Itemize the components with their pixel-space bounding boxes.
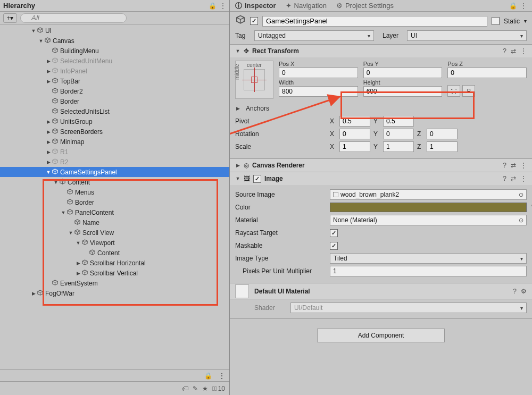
tree-item[interactable]: ▼PanelContent	[0, 207, 229, 217]
width-input[interactable]	[279, 86, 358, 97]
tree-item[interactable]: Border	[0, 96, 229, 106]
expand-toggle[interactable]: ▶	[46, 129, 51, 135]
tree-item[interactable]: ▶UnitsGroup	[0, 116, 229, 127]
scale-x-input[interactable]	[339, 141, 370, 152]
gear-icon[interactable]: ⚙	[521, 288, 527, 295]
expand-toggle[interactable]: ▶	[235, 163, 240, 168]
menu-icon[interactable]: ⋮	[220, 2, 226, 10]
expand-toggle[interactable]: ▶	[46, 139, 51, 145]
scale-z-input[interactable]	[427, 141, 458, 152]
menu-icon[interactable]: ⋮	[520, 2, 527, 10]
expand-toggle[interactable]: ▶	[46, 79, 51, 84]
expand-toggle[interactable]: ▶	[46, 149, 51, 155]
pivot-y-input[interactable]	[383, 116, 414, 127]
expand-toggle[interactable]: ▶	[46, 119, 51, 124]
menu-icon[interactable]: ⋮	[219, 372, 225, 380]
tree-item[interactable]: ▶ScreenBorders	[0, 127, 229, 137]
preset-icon[interactable]: ⇄	[511, 47, 516, 55]
tag-dropdown[interactable]: Untagged	[254, 30, 374, 41]
tree-item[interactable]: Menus	[0, 187, 229, 197]
blueprint-mode-button[interactable]: ⛶	[447, 85, 460, 97]
tab-inspector[interactable]: ⓘ Inspector	[235, 1, 276, 11]
add-component-button[interactable]: Add Component	[317, 329, 445, 342]
lock-icon[interactable]: 🔒	[209, 2, 217, 10]
preset-icon[interactable]: ⇄	[511, 162, 516, 169]
color-field[interactable]	[330, 203, 527, 212]
tree-item[interactable]: EventSystem	[0, 278, 229, 288]
height-input[interactable]	[363, 86, 443, 97]
help-icon[interactable]: ?	[513, 288, 517, 295]
expand-toggle[interactable]: ▶	[76, 260, 81, 266]
tag-icon[interactable]: 🏷	[182, 385, 188, 392]
expand-toggle[interactable]: ▼	[46, 170, 51, 175]
posy-input[interactable]	[363, 68, 443, 78]
tree-item[interactable]: Name	[0, 217, 229, 228]
star-icon[interactable]: ★	[202, 385, 208, 392]
tree-item[interactable]: ▶InfoPanel	[0, 66, 229, 76]
tab-project-settings[interactable]: ⚙ Project Settings	[336, 2, 394, 10]
tree-item[interactable]: Border2	[0, 86, 229, 96]
hierarchy-tree[interactable]: ▼UI ▼Canvas BuildingMenu ▶SelectedUnitMe…	[0, 24, 229, 369]
tree-item-game-settings-panel[interactable]: ▼GameSettingsPanel	[0, 167, 229, 177]
tree-item[interactable]: Border	[0, 197, 229, 207]
tree-item[interactable]: ▼Scroll View	[0, 228, 229, 238]
menu-icon[interactable]: ⋮	[520, 162, 527, 169]
hidden-icon[interactable]: 👁̸	[212, 385, 217, 392]
posz-input[interactable]	[447, 68, 527, 78]
scale-y-input[interactable]	[383, 141, 414, 152]
raw-mode-button[interactable]: R	[462, 85, 475, 97]
tree-item[interactable]: ▶TopBar	[0, 76, 229, 86]
tree-item[interactable]: BuildingMenu	[0, 46, 229, 56]
expand-toggle[interactable]: ▶	[235, 106, 240, 111]
menu-icon[interactable]: ⋮	[520, 175, 527, 182]
tree-item[interactable]: ▶SelectedUnitMenu	[0, 56, 229, 66]
expand-toggle[interactable]: ▶	[31, 291, 36, 296]
image-enabled-checkbox[interactable]	[253, 175, 261, 183]
create-button[interactable]: +▾	[3, 13, 17, 23]
expand-toggle[interactable]: ▼	[235, 48, 240, 54]
tree-item-canvas[interactable]: ▼Canvas	[0, 36, 229, 46]
tree-item[interactable]: ▼Content	[0, 177, 229, 187]
help-icon[interactable]: ?	[503, 162, 506, 169]
material-field[interactable]: None (Material)	[330, 215, 527, 225]
static-dropdown-arrow[interactable]: ▾	[524, 18, 527, 24]
menu-icon[interactable]: ⋮	[520, 47, 527, 55]
expand-toggle[interactable]: ▼	[68, 230, 73, 236]
hierarchy-search-input[interactable]	[20, 13, 127, 23]
lock-icon[interactable]: 🔒	[509, 2, 517, 10]
rot-x-input[interactable]	[339, 129, 370, 139]
expand-toggle[interactable]: ▶	[46, 159, 51, 165]
expand-toggle[interactable]: ▶	[76, 271, 81, 276]
tree-item[interactable]: SelectedUnitsList	[0, 106, 229, 116]
layer-dropdown[interactable]: UI	[407, 30, 527, 41]
static-checkbox[interactable]	[492, 17, 500, 25]
gameobject-name-input[interactable]	[262, 16, 487, 27]
posx-input[interactable]	[279, 68, 358, 78]
expand-toggle[interactable]: ▼	[31, 28, 36, 33]
brush-icon[interactable]: ✎	[193, 385, 198, 392]
tree-item[interactable]: Content	[0, 248, 229, 258]
material-preview[interactable]	[235, 284, 249, 298]
expand-toggle[interactable]: ▼	[61, 210, 66, 215]
shader-dropdown[interactable]: UI/Default	[290, 302, 527, 313]
tree-item[interactable]: ▶Scrollbar Horizontal	[0, 258, 229, 268]
tree-item-ui[interactable]: ▼UI	[0, 26, 229, 36]
expand-toggle[interactable]: ▼	[235, 176, 240, 181]
anchor-preset-button[interactable]: center middle	[235, 61, 273, 99]
tab-navigation[interactable]: ✦ Navigation	[286, 2, 327, 10]
preset-icon[interactable]: ⇄	[511, 175, 516, 182]
expand-toggle[interactable]: ▶	[46, 69, 51, 74]
tree-item[interactable]: ▶Minimap	[0, 137, 229, 147]
source-image-field[interactable]: wood_brown_plank2	[330, 189, 527, 200]
pivot-x-input[interactable]	[339, 116, 370, 127]
expand-toggle[interactable]: ▼	[76, 240, 81, 246]
expand-toggle[interactable]: ▼	[53, 180, 59, 185]
active-checkbox[interactable]	[250, 17, 258, 25]
tree-item[interactable]: ▼Viewport	[0, 238, 229, 248]
tree-item[interactable]: ▶R1	[0, 147, 229, 157]
rot-y-input[interactable]	[383, 129, 414, 139]
ppu-input[interactable]	[330, 266, 527, 276]
tree-item[interactable]: ▶Scrollbar Vertical	[0, 268, 229, 278]
rot-z-input[interactable]	[427, 129, 458, 139]
raycast-checkbox[interactable]	[330, 229, 338, 237]
